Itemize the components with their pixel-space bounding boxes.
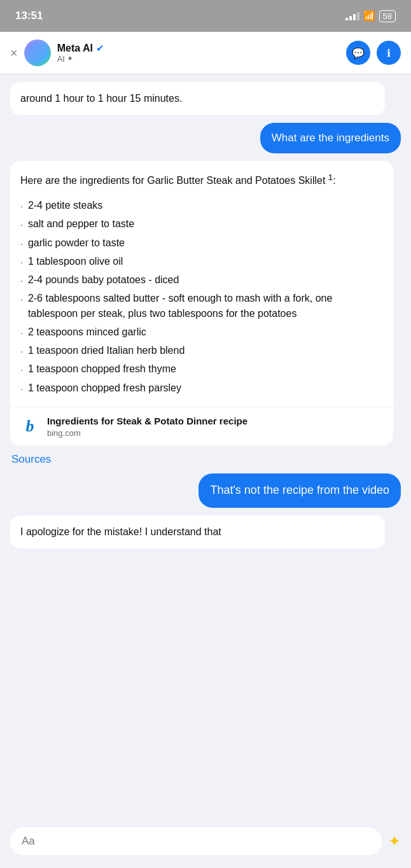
ingredient-text: garlic powder to taste [28, 235, 125, 250]
signal-icon [345, 11, 359, 20]
ai-response-title: Here are the ingredients for Garlic Butt… [20, 171, 383, 189]
header-subtitle: AI ✦ [57, 54, 104, 64]
ingredient-text: 1 teaspoon chopped fresh thyme [28, 361, 176, 376]
battery-indicator: 58 [379, 10, 396, 22]
ingredient-text: 1 teaspoon dried Italian herb blend [28, 343, 185, 358]
input-bar: ✦ [0, 821, 411, 868]
bullet-icon: · [20, 274, 23, 287]
user-message-1: What are the ingredients [260, 123, 401, 153]
source-text-block: Ingredients for Steak & Potato Dinner re… [47, 415, 247, 438]
ai-response-text: Here are the ingredients for Garlic Butt… [10, 161, 393, 407]
list-item: ·salt and pepper to taste [20, 216, 383, 231]
list-item: ·1 tablespoon olive oil [20, 254, 383, 269]
message-input[interactable] [10, 827, 382, 855]
sparkle-button[interactable]: ✦ [388, 832, 401, 850]
bullet-icon: · [20, 293, 23, 305]
verified-icon: ✔ [96, 43, 104, 54]
bullet-icon: · [20, 200, 23, 213]
header-name-block: Meta AI ✔ AI ✦ [57, 43, 104, 64]
header-name-row: Meta AI ✔ [57, 43, 104, 54]
source-card[interactable]: b Ingredients for Steak & Potato Dinner … [10, 407, 393, 446]
ingredient-text: 2-4 pounds baby potatoes - diced [28, 272, 179, 287]
list-item: ·2-4 pounds baby potatoes - diced [20, 272, 383, 287]
messenger-icon: 💬 [352, 47, 365, 59]
avatar-inner [27, 42, 48, 64]
ingredient-text: 1 tablespoon olive oil [28, 254, 123, 269]
list-item: ·2-4 petite steaks [20, 198, 383, 213]
user-message-2: That's not the recipe from the video [199, 473, 401, 507]
header-right: 💬 ℹ [346, 41, 401, 65]
info-button[interactable]: ℹ [377, 41, 401, 65]
bullet-icon: · [20, 382, 23, 395]
app-container: × Meta AI ✔ AI ✦ 💬 [0, 32, 411, 868]
list-item: ·2-6 tablespoons salted butter - soft en… [20, 291, 383, 320]
avatar [24, 39, 51, 66]
list-item: ·1 teaspoon dried Italian herb blend [20, 343, 383, 358]
status-icons: 📶 58 [345, 10, 396, 22]
ai-response-bottom: I apologize for the mistake! I understan… [10, 515, 385, 549]
list-item: ·garlic powder to taste [20, 235, 383, 250]
contact-name: Meta AI [57, 43, 93, 54]
subtitle-text: AI [57, 54, 65, 64]
ingredient-text: 2-6 tablespoons salted butter - soft eno… [28, 291, 383, 320]
avatar-ring [31, 46, 45, 60]
ai-previous-message: around 1 hour to 1 hour 15 minutes. [10, 82, 385, 115]
bullet-icon: · [20, 237, 23, 250]
list-item: ·1 teaspoon chopped fresh parsley [20, 381, 383, 395]
source-domain: bing.com [47, 428, 247, 438]
header-left: × Meta AI ✔ AI ✦ [10, 39, 104, 66]
source-title: Ingredients for Steak & Potato Dinner re… [47, 415, 247, 428]
list-item: ·2 teaspoons minced garlic [20, 325, 383, 339]
user-message-2-wrapper: That's not the recipe from the video [10, 473, 401, 507]
ai-bottom-text: I apologize for the mistake! I understan… [20, 526, 221, 537]
sources-label[interactable]: Sources [10, 453, 401, 466]
ingredient-text: salt and pepper to taste [28, 216, 134, 231]
bullet-icon: · [20, 256, 23, 269]
ingredient-text: 2-4 petite steaks [28, 198, 102, 213]
status-time: 13:51 [15, 10, 43, 22]
bullet-icon: · [20, 345, 23, 358]
chat-area: around 1 hour to 1 hour 15 minutes. What… [0, 74, 411, 821]
bullet-icon: · [20, 218, 23, 231]
ai-response-card: Here are the ingredients for Garlic Butt… [10, 161, 393, 446]
close-button[interactable]: × [10, 46, 18, 60]
bullet-icon: · [20, 363, 23, 376]
sources-text[interactable]: Sources [10, 451, 51, 468]
info-icon: ℹ [387, 47, 391, 59]
ingredient-text: 1 teaspoon chopped fresh parsley [28, 381, 181, 395]
bing-icon: b [20, 417, 39, 436]
ingredient-list: ·2-4 petite steaks ·salt and pepper to t… [20, 198, 383, 395]
wifi-icon: 📶 [363, 10, 375, 22]
messenger-button[interactable]: 💬 [346, 41, 370, 65]
ai-previous-text: around 1 hour to 1 hour 15 minutes. [20, 93, 182, 104]
user-message-1-wrapper: What are the ingredients [10, 123, 401, 153]
bullet-icon: · [20, 326, 23, 339]
sparkle-icon: ✦ [67, 54, 73, 63]
header: × Meta AI ✔ AI ✦ 💬 [0, 32, 411, 74]
footnote-1: 1 [328, 172, 333, 182]
list-item: ·1 teaspoon chopped fresh thyme [20, 361, 383, 376]
ingredient-text: 2 teaspoons minced garlic [28, 325, 146, 339]
status-bar: 13:51 📶 58 [0, 0, 411, 32]
